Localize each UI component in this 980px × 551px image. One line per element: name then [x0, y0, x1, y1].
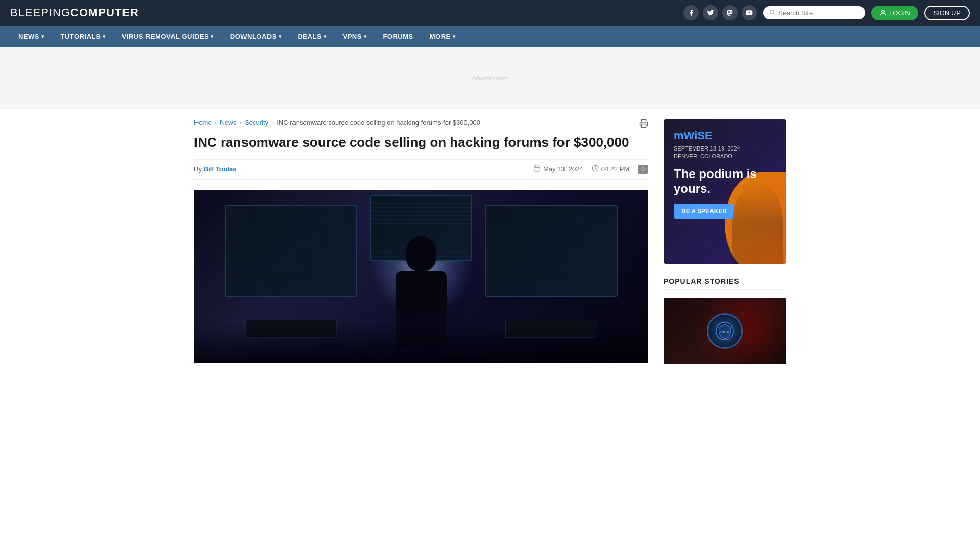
search-icon	[769, 9, 775, 17]
article-meta: By Bill Toulas May 13, 2024 04:22 PM 0	[194, 159, 648, 180]
chevron-down-icon: ▾	[103, 34, 106, 39]
breadcrumb: Home › News › Security › INC ransomware …	[194, 109, 480, 134]
breadcrumb-security[interactable]: Security	[244, 119, 268, 127]
author-link[interactable]: Bill Toulas	[204, 165, 237, 173]
svg-line-2	[773, 13, 774, 14]
breadcrumb-separator: ›	[239, 119, 241, 127]
nav-news[interactable]: NEWS ▾	[10, 26, 53, 47]
main-content: Home › News › Security › INC ransomware …	[194, 109, 648, 364]
article-hero-image	[194, 190, 648, 363]
article-date: May 13, 2024	[533, 165, 583, 173]
ad-logo: mWiSE	[674, 129, 776, 142]
chevron-down-icon: ▾	[324, 34, 327, 39]
search-bar[interactable]	[763, 6, 865, 19]
chevron-down-icon: ▾	[211, 34, 214, 39]
ad-subtitle: SEPTEMBER 18-19, 2024 DENVER, COLORADO	[674, 145, 776, 161]
nav-downloads[interactable]: DOWNLOADS ▾	[222, 26, 290, 47]
login-button[interactable]: LOGIN	[871, 6, 918, 20]
sidebar: mWiSE SEPTEMBER 18-19, 2024 DENVER, COLO…	[664, 109, 786, 364]
ad-card[interactable]: mWiSE SEPTEMBER 18-19, 2024 DENVER, COLO…	[664, 119, 786, 264]
svg-text:CISA: CISA	[720, 330, 730, 334]
article-title: INC ransomware source code selling on ha…	[194, 134, 648, 152]
breadcrumb-news[interactable]: News	[220, 119, 237, 127]
article-time-text: 04:22 PM	[601, 165, 630, 173]
logo-light: BLEEPING	[10, 6, 70, 19]
monitor-left	[225, 205, 357, 297]
nav-deals[interactable]: DEALS ▾	[289, 26, 334, 47]
chevron-down-icon: ▾	[364, 34, 367, 39]
chevron-down-icon: ▾	[41, 34, 44, 39]
search-input[interactable]	[778, 9, 859, 17]
chevron-down-icon: ▾	[453, 34, 456, 39]
article-comments[interactable]: 0	[638, 165, 648, 174]
clock-icon	[592, 165, 599, 173]
twitter-icon[interactable]	[703, 5, 718, 20]
social-icons	[683, 5, 757, 20]
nav-tutorials[interactable]: TUTORIALS ▾	[53, 26, 114, 47]
nav-forums[interactable]: FORUMS	[375, 26, 421, 47]
svg-rect-5	[534, 166, 540, 172]
header-right: LOGIN SIGN UP	[683, 5, 970, 20]
main-nav: NEWS ▾ TUTORIALS ▾ VIRUS REMOVAL GUIDES …	[0, 26, 980, 47]
mastodon-icon[interactable]	[722, 5, 738, 20]
nav-vpns[interactable]: VPNS ▾	[335, 26, 375, 47]
print-icon[interactable]	[639, 119, 648, 131]
breadcrumb-current: INC ransomware source code selling on ha…	[277, 119, 480, 127]
chevron-down-icon: ▾	[279, 34, 282, 39]
breadcrumb-separator: ›	[272, 119, 274, 127]
svg-point-3	[882, 10, 885, 13]
svg-point-1	[770, 10, 774, 14]
cisa-seal: CISA	[707, 313, 743, 349]
article-time: 04:22 PM	[592, 165, 630, 173]
nav-more[interactable]: MORE ▾	[422, 26, 464, 47]
nav-virus-removal[interactable]: VIRUS REMOVAL GUIDES ▾	[114, 26, 222, 47]
youtube-icon[interactable]	[742, 5, 757, 20]
breadcrumb-separator: ›	[215, 119, 217, 127]
svg-rect-4	[642, 124, 646, 128]
breadcrumb-row: Home › News › Security › INC ransomware …	[194, 109, 648, 134]
site-logo[interactable]: BLEEPINGCOMPUTER	[10, 6, 139, 19]
popular-stories-title: POPULAR STORIES	[664, 277, 786, 290]
signup-button[interactable]: SIGN UP	[924, 6, 970, 20]
top-ad-banner: Advertisement	[0, 47, 980, 109]
calendar-icon	[533, 165, 541, 173]
article-date-text: May 13, 2024	[543, 165, 583, 173]
comment-count: 0	[638, 165, 648, 174]
facebook-icon[interactable]	[683, 5, 699, 20]
monitor-right	[485, 205, 618, 297]
article-meta-right: May 13, 2024 04:22 PM 0	[533, 165, 648, 174]
popular-stories: POPULAR STORIES CISA	[664, 277, 786, 364]
hacker-scene	[194, 190, 648, 363]
content-wrapper: Home › News › Security › INC ransomware …	[184, 109, 796, 364]
ad-cta-button[interactable]: BE A SPEAKER	[674, 204, 734, 219]
site-header: BLEEPINGCOMPUTER	[0, 0, 980, 26]
article-author: By Bill Toulas	[194, 165, 237, 173]
breadcrumb-home[interactable]: Home	[194, 119, 212, 127]
logo-bold: COMPUTER	[70, 6, 139, 19]
popular-story-item[interactable]: CISA	[664, 298, 786, 364]
